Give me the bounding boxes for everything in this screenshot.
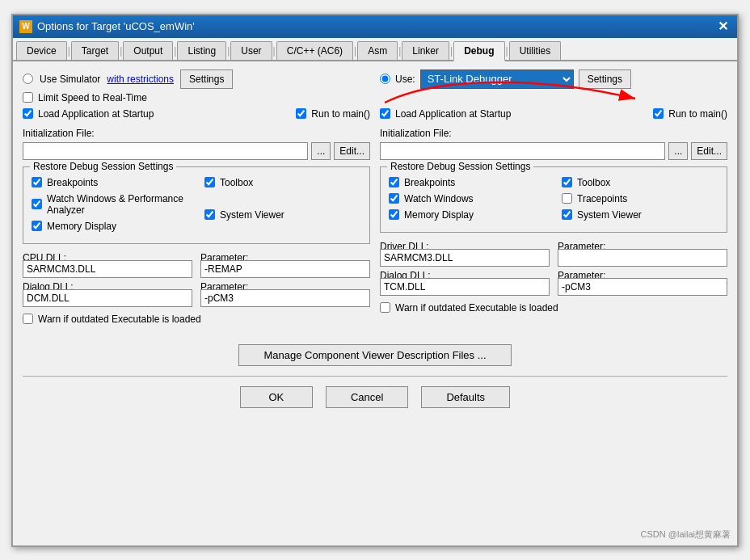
- right-toolbox-label: Toolbox: [577, 177, 610, 188]
- left-toolbox-cb[interactable]: [204, 177, 215, 187]
- use-label: Use:: [395, 74, 415, 85]
- tab-target[interactable]: Target: [71, 41, 119, 60]
- left-dll-section: CPU DLL: Parameter:: [23, 252, 370, 307]
- left-memory-cb[interactable]: [32, 221, 42, 231]
- limit-speed-label: Limit Speed to Real-Time: [38, 92, 147, 103]
- left-sysviewer-label: System Viewer: [220, 209, 284, 221]
- right-driver-param-input[interactable]: [558, 249, 727, 267]
- right-toolbox-cb[interactable]: [562, 177, 572, 187]
- left-cpu-param-input[interactable]: [200, 260, 370, 278]
- tab-linker[interactable]: Linker: [402, 41, 449, 60]
- right-tracepoints-cb[interactable]: [562, 193, 572, 204]
- ok-button[interactable]: OK: [240, 386, 313, 408]
- right-init-edit-button[interactable]: Edit...: [691, 142, 727, 160]
- left-init-file-label: Initialization File:: [23, 128, 370, 139]
- main-dialog: W Options for Target 'uCOS_emWin' ✕ Devi…: [11, 14, 739, 547]
- title-bar: W Options for Target 'uCOS_emWin' ✕: [13, 15, 737, 38]
- use-simulator-radio[interactable]: [23, 74, 33, 84]
- left-init-edit-button[interactable]: Edit...: [334, 142, 370, 160]
- use-simulator-label: Use Simulator: [40, 74, 100, 85]
- right-tracepoints-label: Tracepoints: [577, 193, 627, 204]
- right-driver-dll-input[interactable]: [380, 249, 550, 267]
- left-restore-group-title: Restore Debug Session Settings: [30, 161, 176, 172]
- left-warn-label: Warn if outdated Executable is loaded: [38, 314, 201, 325]
- left-dialog-dll-input[interactable]: [23, 289, 192, 307]
- right-restore-group: Restore Debug Session Settings Breakpoin…: [380, 166, 727, 233]
- close-button[interactable]: ✕: [714, 19, 731, 35]
- right-restore-group-title: Restore Debug Session Settings: [387, 161, 533, 172]
- right-warn-checkbox[interactable]: [380, 302, 390, 313]
- tab-cpp[interactable]: C/C++ (AC6): [276, 41, 353, 60]
- tab-user[interactable]: User: [230, 41, 272, 60]
- tab-bar: Device | Target | Output | Listing | Use…: [13, 38, 737, 61]
- tab-utilities[interactable]: Utilities: [509, 41, 562, 60]
- right-dialog-dll-input[interactable]: [380, 278, 550, 296]
- divider: [23, 376, 727, 377]
- right-init-file-input[interactable]: [380, 142, 665, 160]
- tab-output[interactable]: Output: [123, 41, 173, 60]
- right-warn-label: Warn if outdated Executable is loaded: [395, 302, 558, 314]
- left-toolbox-label: Toolbox: [220, 177, 253, 188]
- left-sysviewer-cb[interactable]: [204, 209, 215, 220]
- left-load-app-label: Load Application at Startup: [38, 108, 154, 120]
- left-watch-cb[interactable]: [32, 199, 42, 209]
- bottom-section: Manage Component Viewer Description File…: [13, 338, 737, 419]
- tab-debug[interactable]: Debug: [453, 41, 504, 61]
- right-column: Load Application at Startup Run to main(…: [380, 108, 727, 330]
- left-cpu-dll-input[interactable]: [23, 260, 192, 278]
- tab-listing[interactable]: Listing: [177, 41, 226, 60]
- left-settings-button[interactable]: Settings: [180, 69, 233, 89]
- title-bar-left: W Options for Target 'uCOS_emWin': [19, 20, 195, 33]
- content-area: Use Simulator with restrictions Settings…: [13, 61, 737, 338]
- watermark: CSDN @lailai想黄麻薯: [641, 528, 731, 541]
- right-watch-cb[interactable]: [389, 193, 399, 204]
- right-memory-label: Memory Display: [404, 209, 474, 221]
- right-sysviewer-cb[interactable]: [562, 209, 572, 220]
- manage-btn[interactable]: Manage Component Viewer Description File…: [238, 344, 511, 366]
- left-dialog-param-input[interactable]: [200, 289, 370, 307]
- left-init-browse-button[interactable]: ...: [311, 142, 331, 160]
- left-column: Load Application at Startup Run to main(…: [23, 108, 370, 330]
- right-init-file-label: Initialization File:: [380, 128, 727, 139]
- right-run-to-main-checkbox[interactable]: [653, 108, 664, 119]
- left-restore-group: Restore Debug Session Settings Breakpoin…: [23, 166, 370, 244]
- right-init-browse-button[interactable]: ...: [668, 142, 688, 160]
- app-icon: W: [19, 20, 32, 33]
- cancel-button[interactable]: Cancel: [326, 386, 408, 408]
- left-memory-label: Memory Display: [47, 221, 116, 232]
- right-memory-cb[interactable]: [389, 209, 399, 220]
- limit-speed-checkbox[interactable]: [23, 92, 33, 103]
- use-debugger-radio[interactable]: [380, 74, 390, 84]
- left-load-app-checkbox[interactable]: [23, 108, 33, 119]
- left-init-file-input[interactable]: [23, 142, 308, 160]
- right-sysviewer-label: System Viewer: [577, 209, 642, 221]
- debugger-select[interactable]: ST-Link Debugger: [420, 69, 574, 89]
- right-load-app-checkbox[interactable]: [380, 108, 390, 119]
- tab-device[interactable]: Device: [16, 41, 67, 60]
- right-run-to-main-label: Run to main(): [668, 108, 727, 120]
- left-watch-label: Watch Windows & Performance Analyzer: [47, 193, 188, 216]
- left-warn-checkbox[interactable]: [23, 314, 33, 324]
- left-run-to-main-checkbox[interactable]: [296, 108, 306, 119]
- right-dll-section: Driver DLL: Parameter:: [380, 241, 727, 296]
- left-breakpoints-cb[interactable]: [32, 177, 42, 187]
- right-breakpoints-label: Breakpoints: [404, 177, 455, 188]
- left-run-to-main-label: Run to main(): [311, 108, 370, 120]
- right-breakpoints-cb[interactable]: [389, 177, 399, 187]
- left-breakpoints-label: Breakpoints: [47, 177, 98, 188]
- dialog-title: Options for Target 'uCOS_emWin': [37, 20, 195, 32]
- right-load-app-label: Load Application at Startup: [395, 108, 511, 120]
- with-restrictions-link[interactable]: with restrictions: [107, 74, 174, 85]
- tab-asm[interactable]: Asm: [357, 41, 398, 60]
- defaults-button[interactable]: Defaults: [421, 386, 510, 408]
- right-settings-button[interactable]: Settings: [579, 69, 631, 89]
- action-buttons: OK Cancel Defaults: [23, 381, 727, 413]
- right-watch-label: Watch Windows: [404, 193, 474, 204]
- right-dialog-param-input[interactable]: [558, 278, 727, 296]
